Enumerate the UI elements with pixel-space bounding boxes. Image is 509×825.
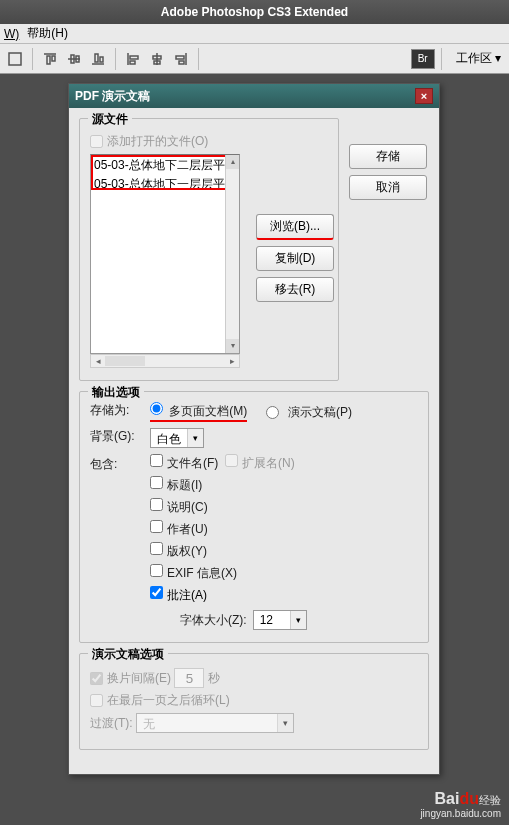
chevron-down-icon[interactable]: ▾	[290, 611, 306, 629]
svg-rect-12	[130, 61, 135, 64]
save-button[interactable]: 存储	[349, 144, 427, 169]
scroll-up-icon[interactable]: ▴	[226, 155, 239, 169]
app-titlebar: Adobe Photoshop CS3 Extended	[0, 0, 509, 24]
filename-checkbox[interactable]	[150, 454, 163, 467]
svg-rect-11	[130, 56, 138, 59]
svg-rect-17	[176, 56, 184, 59]
interval-input	[174, 668, 204, 688]
list-item[interactable]: 05-03-总体地下一层层平	[92, 175, 238, 194]
description-checkbox[interactable]	[150, 498, 163, 511]
pres-legend: 演示文稿选项	[88, 646, 168, 663]
add-open-files-label: 添加打开的文件(O)	[107, 133, 208, 150]
scrollbar-horizontal[interactable]: ◂ ▸	[90, 354, 240, 368]
separator	[32, 48, 33, 70]
source-files-group: 源文件 添加打开的文件(O) 05-03-总体地下二层层平 05-03-总体地下…	[79, 118, 339, 381]
pdf-presentation-dialog: PDF 演示文稿 × 存储 取消 源文件 添加打开的文件(O) 05-03-总体…	[68, 83, 440, 775]
copyright-checkbox[interactable]	[150, 542, 163, 555]
output-legend: 输出选项	[88, 384, 144, 401]
multipage-radio[interactable]	[150, 402, 163, 415]
scroll-thumb[interactable]	[105, 356, 145, 366]
separator	[441, 48, 442, 70]
tool-btn-1[interactable]	[4, 48, 26, 70]
remove-button[interactable]: 移去(R)	[256, 277, 334, 302]
cancel-button[interactable]: 取消	[349, 175, 427, 200]
presentation-radio[interactable]	[266, 406, 279, 419]
menubar: W) 帮助(H)	[0, 24, 509, 44]
svg-rect-8	[95, 54, 98, 62]
align-right-icon[interactable]	[170, 48, 192, 70]
workarea-menu[interactable]: 工作区 ▾	[456, 50, 501, 67]
multipage-label: 多页面文档(M)	[169, 404, 247, 418]
source-legend: 源文件	[88, 111, 132, 128]
menu-window[interactable]: W)	[4, 27, 19, 41]
transition-select: 无 ▾	[136, 713, 294, 733]
annotations-checkbox[interactable]	[150, 586, 163, 599]
scroll-right-icon[interactable]: ▸	[225, 356, 239, 366]
svg-rect-2	[47, 56, 50, 64]
add-open-files-checkbox	[90, 135, 103, 148]
bridge-button[interactable]: Br	[411, 49, 435, 69]
align-vcenter-icon[interactable]	[63, 48, 85, 70]
menu-help[interactable]: 帮助(H)	[27, 25, 68, 42]
title-checkbox[interactable]	[150, 476, 163, 489]
align-hcenter-icon[interactable]	[146, 48, 168, 70]
presentation-options-group: 演示文稿选项 换片间隔(E) 秒 在最后一页之后循环(L) 过渡(T): 无 ▾	[79, 653, 429, 750]
watermark: Baidu经验 jingyan.baidu.com	[420, 790, 501, 819]
fontsize-select[interactable]: 12 ▾	[253, 610, 307, 630]
save-as-label: 存储为:	[90, 402, 150, 419]
background-label: 背景(G):	[90, 428, 150, 445]
list-item[interactable]: 05-03-总体地下二层层平	[92, 156, 238, 175]
scrollbar-vertical[interactable]: ▴ ▾	[225, 155, 239, 353]
interval-checkbox	[90, 672, 103, 685]
loop-checkbox	[90, 694, 103, 707]
align-left-icon[interactable]	[122, 48, 144, 70]
svg-rect-3	[52, 56, 55, 61]
align-top-icon[interactable]	[39, 48, 61, 70]
svg-rect-0	[9, 53, 21, 65]
transition-label: 过渡(T):	[90, 715, 133, 732]
chevron-down-icon[interactable]: ▾	[187, 429, 203, 447]
fontsize-label: 字体大小(Z):	[180, 612, 247, 629]
separator	[115, 48, 116, 70]
file-listbox[interactable]: 05-03-总体地下二层层平 05-03-总体地下一层层平 ▴ ▾	[90, 154, 240, 354]
include-label: 包含:	[90, 454, 150, 473]
dialog-title: PDF 演示文稿	[75, 88, 150, 105]
loop-label: 在最后一页之后循环(L)	[107, 692, 230, 709]
interval-label: 换片间隔(E)	[107, 670, 171, 687]
duplicate-button[interactable]: 复制(D)	[256, 246, 334, 271]
separator	[198, 48, 199, 70]
toolbar: Br 工作区 ▾	[0, 44, 509, 74]
browse-button[interactable]: 浏览(B)...	[256, 214, 334, 240]
close-button[interactable]: ×	[415, 88, 433, 104]
svg-rect-9	[100, 57, 103, 62]
scroll-left-icon[interactable]: ◂	[91, 356, 105, 366]
background-select[interactable]: 白色 ▾	[150, 428, 204, 448]
presentation-label: 演示文稿(P)	[288, 404, 352, 421]
svg-rect-18	[179, 61, 184, 64]
align-bottom-icon[interactable]	[87, 48, 109, 70]
scroll-down-icon[interactable]: ▾	[226, 339, 239, 353]
dialog-header[interactable]: PDF 演示文稿 ×	[69, 84, 439, 108]
chevron-down-icon: ▾	[277, 714, 293, 732]
exif-checkbox[interactable]	[150, 564, 163, 577]
extension-checkbox	[225, 454, 238, 467]
author-checkbox[interactable]	[150, 520, 163, 533]
output-options-group: 输出选项 存储为: 多页面文档(M) 演示文稿(P) 背景(G): 白色	[79, 391, 429, 643]
